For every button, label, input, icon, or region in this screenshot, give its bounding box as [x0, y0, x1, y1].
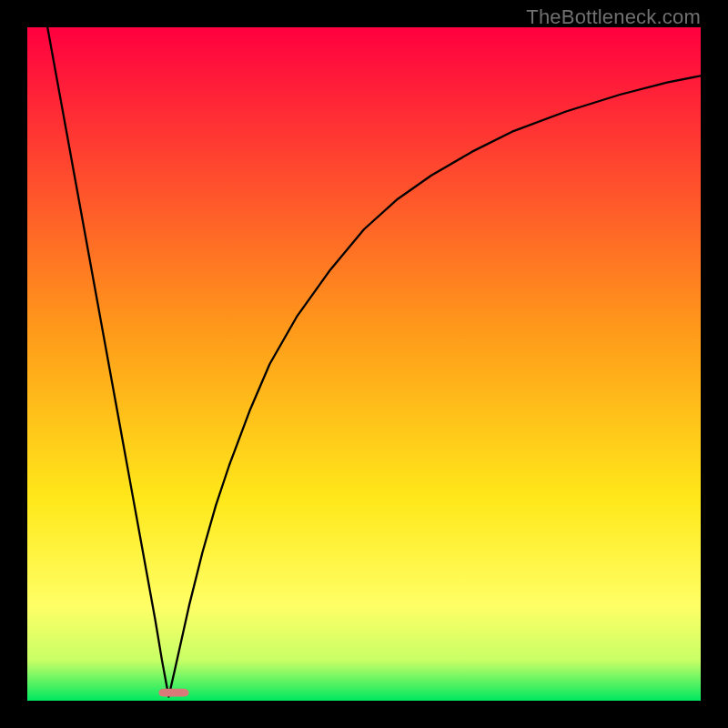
chart-svg — [27, 27, 701, 701]
chart-container: TheBottleneck.com — [0, 0, 728, 728]
optimal-marker — [158, 689, 188, 697]
plot-area — [27, 27, 701, 701]
watermark-text: TheBottleneck.com — [526, 5, 701, 29]
gradient-background — [27, 27, 701, 701]
